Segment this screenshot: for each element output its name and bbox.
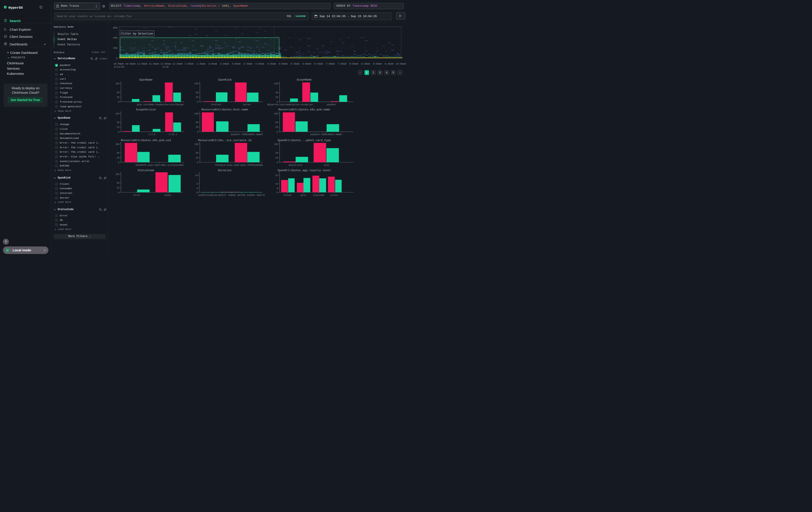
svg-text:100: 100 [274, 113, 278, 115]
svg-text:Server: Server [243, 104, 251, 106]
svg-text:StatusCode: StatusCode [137, 169, 154, 172]
svg-text:100: 100 [274, 143, 278, 145]
svg-text:ScopeVersion: ScopeVersion [136, 108, 156, 111]
svg-text:100: 100 [194, 83, 198, 85]
svg-text:807648: 807648 [237, 194, 245, 196]
svg-text:0: 0 [118, 131, 119, 133]
svg-text:SpanAttributes...yment.card_ty: SpanAttributes...yment.card_type [278, 139, 331, 142]
svg-text:3:30am: 3:30am [243, 62, 252, 65]
svg-text:25: 25 [117, 157, 119, 159]
svg-text:100: 100 [115, 113, 119, 115]
svg-text:8:30am: 8:30am [361, 62, 370, 65]
svg-text:9/14/25: 9/14/25 [114, 66, 124, 68]
svg-text:SpanKind: SpanKind [218, 78, 231, 81]
svg-text:6:00am: 6:00am [302, 62, 311, 65]
svg-text:10:00am: 10:00am [396, 62, 406, 65]
svg-text:2:30am: 2:30am [220, 62, 229, 65]
svg-text:ResourceAttributes.host.name: ResourceAttributes.host.name [201, 108, 248, 111]
svg-text:0: 0 [277, 131, 278, 133]
svg-text:16: 16 [195, 174, 198, 177]
svg-text:100: 100 [194, 143, 198, 145]
svg-text:100: 100 [274, 83, 278, 85]
svg-text:SpanAttributes.app.loyalty.lev: SpanAttributes.app.loyalty.level [278, 169, 331, 172]
svg-text:0.1.0: 0.1.0 [149, 133, 155, 136]
svg-text:8: 8 [277, 187, 278, 190]
svg-text:0.51.1: 0.51.1 [169, 133, 177, 136]
svg-text:600: 600 [113, 26, 117, 29]
svg-text:999176: 999176 [257, 194, 265, 196]
svg-text:25: 25 [117, 96, 119, 99]
svg-text:silver: silver [330, 194, 338, 196]
svg-text:0: 0 [277, 101, 278, 103]
svg-text:Error: Error [134, 194, 140, 196]
svg-text:0: 0 [118, 191, 119, 194]
svg-text:842654: 842654 [247, 194, 255, 196]
svg-text:0: 0 [277, 161, 278, 164]
svg-text:50: 50 [275, 152, 278, 154]
svg-text:50: 50 [275, 91, 278, 94]
svg-text:Unset: Unset [165, 194, 171, 196]
svg-text:0: 0 [196, 191, 198, 194]
svg-text:2:00am: 2:00am [208, 62, 217, 65]
svg-text:Internal: Internal [211, 104, 222, 106]
svg-text:SpanName: SpanName [139, 78, 152, 81]
svg-text:8:00am: 8:00am [349, 62, 358, 65]
svg-text:12:30am: 12:30am [172, 62, 182, 65]
svg-text:25: 25 [117, 187, 119, 189]
svg-text:1:30am: 1:30am [197, 62, 205, 65]
svg-text:7:00am: 7:00am [326, 62, 335, 65]
svg-text:11:00pm: 11:00pm [137, 62, 147, 65]
svg-text:50: 50 [196, 152, 198, 154]
svg-text:platinum: platinum [313, 194, 324, 196]
svg-text:4:00am: 4:00am [255, 62, 264, 65]
svg-text:grpc.oteldemo.PaymentService/C: grpc.oteldemo.PaymentService/Charge [137, 104, 183, 106]
svg-text:12:00am: 12:00am [161, 62, 171, 65]
svg-text:25: 25 [196, 96, 198, 99]
svg-text:50: 50 [275, 121, 278, 124]
svg-text:0: 0 [277, 191, 278, 194]
svg-text:0: 0 [197, 131, 198, 133]
svg-text:Duration: Duration [218, 169, 231, 172]
svg-text:32: 32 [275, 174, 278, 177]
svg-text:@hyperdx/instrumentation-excep: @hyperdx/instrumentation-exception [267, 104, 313, 106]
svg-text:25: 25 [196, 157, 198, 159]
svg-text:50: 50 [196, 91, 198, 94]
svg-text:0: 0 [197, 101, 198, 103]
svg-text:50: 50 [117, 121, 119, 124]
svg-text:9:30am: 9:30am [385, 62, 394, 65]
svg-text:11:30pm: 11:30pm [149, 62, 159, 65]
svg-text:Filter by Selection: Filter by Selection [121, 32, 153, 35]
svg-text:1405128: 1405128 [208, 194, 217, 196]
svg-text:100: 100 [194, 113, 198, 115]
svg-text:25: 25 [275, 126, 278, 129]
svg-text:visa: visa [324, 164, 329, 166]
svg-text:10:30pm: 10:30pm [125, 62, 136, 65]
svg-text:3:00am: 3:00am [232, 62, 240, 65]
svg-text:mastercard: mastercard [289, 164, 302, 166]
svg-text:25: 25 [275, 96, 278, 99]
svg-text:9/15: 9/15 [163, 66, 168, 68]
svg-text:6:30am: 6:30am [314, 62, 323, 65]
svg-text:100: 100 [115, 143, 119, 145]
svg-text:5e02b5fb-13ae-4296-bbbc-111f42: 5e02b5fb-13ae-4296-bbbc-111f423c460d [136, 164, 184, 166]
svg-text:50: 50 [117, 182, 119, 184]
svg-text:9:00am: 9:00am [373, 62, 382, 65]
svg-text:100: 100 [115, 173, 119, 176]
svg-text:4:30am: 4:30am [267, 62, 276, 65]
svg-text:ScopeName: ScopeName [297, 78, 312, 81]
svg-text:payment-7985c8969c-mwmw7: payment-7985c8969c-mwmw7 [310, 133, 342, 136]
svg-text:50: 50 [117, 91, 119, 94]
svg-text:4: 4 [196, 187, 198, 190]
svg-text:25: 25 [196, 126, 198, 129]
svg-text:8: 8 [196, 183, 198, 185]
svg-text:ResourceAttributes.k8s.pod.nam: ResourceAttributes.k8s.pod.name [279, 108, 330, 111]
svg-text:ResourceAttribu..ice.instance.: ResourceAttribu..ice.instance.id [198, 139, 252, 142]
svg-text:583275: 583275 [218, 194, 226, 196]
svg-text:0: 0 [197, 161, 198, 164]
svg-text:0: 0 [118, 161, 119, 164]
svg-text:100: 100 [115, 83, 119, 85]
svg-text:0: 0 [118, 101, 119, 103]
svg-text:1:00am: 1:00am [185, 62, 194, 65]
svg-text:gold: gold [300, 194, 306, 196]
svg-text:5:00am: 5:00am [279, 62, 288, 65]
